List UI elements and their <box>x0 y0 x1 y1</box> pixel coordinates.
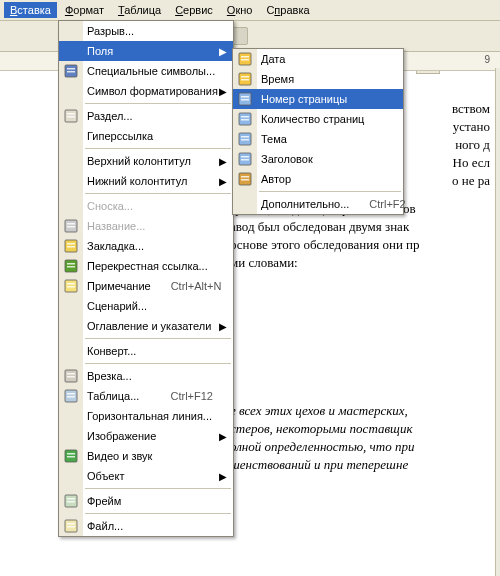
menu-item[interactable]: Файл... <box>59 516 233 536</box>
svg-rect-44 <box>241 119 249 121</box>
menu-item-label: Перекрестная ссылка... <box>87 260 213 272</box>
menu-item[interactable]: Фрейм <box>59 491 233 511</box>
menubar-item[interactable]: Окно <box>221 2 259 18</box>
menu-item[interactable]: Автор <box>233 169 403 189</box>
date-icon <box>237 51 253 67</box>
pageno-icon <box>237 91 253 107</box>
menu-item-label: Горизонтальная линия... <box>87 410 213 422</box>
menu-item-label: Номер страницы <box>261 93 383 105</box>
menu-item[interactable]: Дата <box>233 49 403 69</box>
media-icon <box>63 448 79 464</box>
submenu-arrow-icon: ▶ <box>219 86 227 97</box>
menu-item: Название... <box>59 216 233 236</box>
menu-item-label: Заголовок <box>261 153 383 165</box>
menubar-item[interactable]: Формат <box>59 2 110 18</box>
title-icon <box>237 151 253 167</box>
menu-item[interactable]: Специальные символы... <box>59 61 233 81</box>
svg-rect-29 <box>67 501 75 503</box>
menu-item-label: Врезка... <box>87 370 213 382</box>
menu-item[interactable]: Сценарий... <box>59 296 233 316</box>
menu-item-label: Гиперссылка <box>87 130 213 142</box>
menu-item[interactable]: Символ форматирования▶ <box>59 81 233 101</box>
menu-item[interactable]: Оглавление и указатели▶ <box>59 316 233 336</box>
svg-rect-47 <box>241 139 249 141</box>
menu-item[interactable]: Номер страницы <box>233 89 403 109</box>
menu-item-label: Видео и звук <box>87 450 213 462</box>
menu-item-label: Объект <box>87 470 213 482</box>
menu-separator <box>85 363 231 364</box>
menu-item[interactable]: Заголовок <box>233 149 403 169</box>
menubar-item[interactable]: Вставка <box>4 2 57 18</box>
menu-item[interactable]: Тема <box>233 129 403 149</box>
menu-item[interactable]: Гиперссылка <box>59 126 233 146</box>
svg-rect-1 <box>67 68 75 70</box>
menu-item[interactable]: Горизонтальная линия... <box>59 406 233 426</box>
menu-item[interactable]: Дополнительно...Ctrl+F2 <box>233 194 403 214</box>
menu-separator <box>85 148 231 149</box>
menubar-item[interactable]: Справка <box>260 2 315 18</box>
svg-rect-14 <box>67 266 75 268</box>
time-icon <box>237 71 253 87</box>
menu-separator <box>85 103 231 104</box>
menu-shortcut: Ctrl+F2 <box>369 198 405 210</box>
menu-item[interactable]: Поля▶ <box>59 41 233 61</box>
text-fragment: шенствований и при теперешне <box>230 456 490 474</box>
svg-rect-41 <box>241 99 249 101</box>
text-fragment: стеров, некоторыми поставщик <box>230 420 490 438</box>
menu-item[interactable]: Врезка... <box>59 366 233 386</box>
insert-menu[interactable]: Разрыв...Поля▶Специальные символы...Симв… <box>58 20 234 537</box>
svg-rect-2 <box>67 71 75 73</box>
bookmark-icon <box>63 238 79 254</box>
text-fragment: авод был обследован двумя знак <box>230 218 490 236</box>
menu-item-label: Количество страниц <box>261 113 383 125</box>
menubar-item[interactable]: Сервис <box>169 2 219 18</box>
svg-rect-35 <box>241 59 249 61</box>
menu-item-label: Тема <box>261 133 383 145</box>
menu-item[interactable]: Количество страниц <box>233 109 403 129</box>
menu-item[interactable]: Объект▶ <box>59 466 233 486</box>
menu-item-label: Раздел... <box>87 110 213 122</box>
text-fragment: основе этого обследования они пр <box>230 236 490 254</box>
menu-item-label: Нижний колонтитул <box>87 175 213 187</box>
menu-item[interactable]: Видео и звук <box>59 446 233 466</box>
menu-item[interactable]: Таблица...Ctrl+F12 <box>59 386 233 406</box>
menu-item[interactable]: Перекрестная ссылка... <box>59 256 233 276</box>
menu-item[interactable]: Разрыв... <box>59 21 233 41</box>
svg-rect-23 <box>67 396 75 398</box>
svg-rect-17 <box>67 286 75 288</box>
page-edge <box>495 68 500 576</box>
fields-submenu[interactable]: ДатаВремяНомер страницыКоличество страни… <box>232 48 404 215</box>
menu-item[interactable]: Изображение▶ <box>59 426 233 446</box>
menu-item[interactable]: Верхний колонтитул▶ <box>59 151 233 171</box>
menu-item[interactable]: Конверт... <box>59 341 233 361</box>
menu-item[interactable]: ПримечаниеCtrl+Alt+N <box>59 276 233 296</box>
menu-item[interactable]: Нижний колонтитул▶ <box>59 171 233 191</box>
menu-item-label: Файл... <box>87 520 213 532</box>
svg-rect-20 <box>67 376 75 378</box>
caption-icon <box>63 218 79 234</box>
menu-item-label: Поля <box>87 45 213 57</box>
svg-rect-46 <box>241 136 249 138</box>
menubar: ВставкаФорматТаблицаСервисОкноСправка <box>0 0 500 21</box>
menu-item-label: Разрыв... <box>87 25 213 37</box>
menu-item-label: Дата <box>261 53 383 65</box>
menubar-item[interactable]: Таблица <box>112 2 167 18</box>
menu-item-label: Символ форматирования <box>87 85 218 97</box>
svg-rect-49 <box>241 156 249 158</box>
svg-rect-34 <box>241 56 249 58</box>
menu-item-label: Таблица... <box>87 390 151 402</box>
svg-rect-13 <box>67 263 75 265</box>
menu-item[interactable]: Раздел... <box>59 106 233 126</box>
menu-item[interactable]: Время <box>233 69 403 89</box>
menu-item-label: Время <box>261 73 383 85</box>
svg-rect-26 <box>67 456 75 458</box>
text-fragment: олной определенностью, что при <box>230 438 490 456</box>
menu-item-label: Изображение <box>87 430 213 442</box>
menu-item[interactable]: Закладка... <box>59 236 233 256</box>
menu-item-label: Автор <box>261 173 383 185</box>
menu-separator <box>85 193 231 194</box>
svg-rect-28 <box>67 498 75 500</box>
svg-rect-52 <box>241 176 249 178</box>
htmlframe-icon <box>63 493 79 509</box>
svg-rect-8 <box>67 226 75 228</box>
